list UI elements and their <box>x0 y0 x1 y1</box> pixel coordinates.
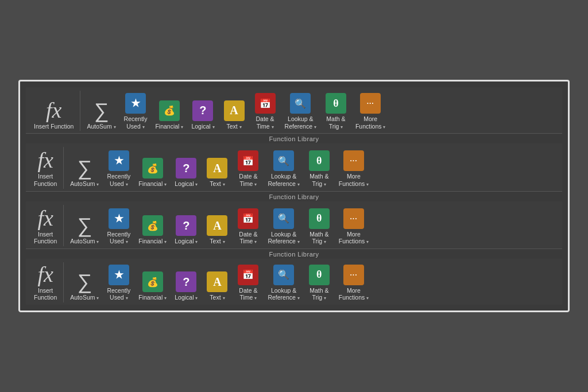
logical-icon-4: ? <box>176 271 196 292</box>
autosum-button-3[interactable]: ∑ AutoSum ▾ <box>67 205 102 246</box>
more-functions-button-4[interactable]: ··· MoreFunctions ▾ <box>335 262 372 302</box>
mathtrig-button[interactable]: θ Math &Trig ▾ <box>321 91 351 131</box>
more-icon-2: ··· <box>343 150 364 171</box>
logical-label-4: Logical ▾ <box>175 294 198 301</box>
mathtrig-icon: θ <box>326 93 346 114</box>
datetime-button-2[interactable]: 📅 Date &Time ▾ <box>233 147 263 188</box>
lookup-icon: 🔍 <box>290 93 311 114</box>
lookup-label-4: Lookup &Reference ▾ <box>268 287 299 301</box>
sigma-icon-3: ∑ <box>78 215 92 236</box>
more-functions-button[interactable]: ··· MoreFunctions ▾ <box>352 91 389 131</box>
logical-icon: ? <box>192 100 213 121</box>
ribbon-row-3: fx InsertFunction ∑ AutoSum ▾ ★ Recently… <box>26 201 562 249</box>
lookup-button-3[interactable]: 🔍 Lookup &Reference ▾ <box>264 205 303 246</box>
mathtrig-button-4[interactable]: θ Math &Trig ▾ <box>304 262 334 302</box>
datetime-button-4[interactable]: 📅 Date &Time ▾ <box>233 262 263 302</box>
datetime-button[interactable]: 📅 Date &Time ▾ <box>250 91 280 131</box>
recently-used-button-4[interactable]: ★ RecentlyUsed ▾ <box>103 262 134 302</box>
recently-used-icon-3: ★ <box>109 208 129 229</box>
autosum-label-2: AutoSum ▾ <box>70 180 99 188</box>
recently-used-button-3[interactable]: ★ RecentlyUsed ▾ <box>103 205 134 246</box>
insert-function-button[interactable]: fx Insert Function <box>30 91 77 131</box>
divider-4 <box>63 262 64 302</box>
autosum-label: AutoSum ▾ <box>87 123 115 130</box>
text-icon-3: A <box>207 215 227 236</box>
logical-icon-3: ? <box>176 215 196 236</box>
recently-used-button-2[interactable]: ★ RecentlyUsed ▾ <box>103 147 134 188</box>
more-icon: ··· <box>360 93 381 114</box>
autosum-button[interactable]: ∑ AutoSum ▾ <box>83 91 119 131</box>
insert-function-button-4[interactable]: fx InsertFunction <box>30 262 60 302</box>
fx-icon-2: fx <box>37 149 53 171</box>
datetime-label-2: Date &Time ▾ <box>239 173 257 187</box>
divider-2 <box>63 147 64 188</box>
datetime-button-3[interactable]: 📅 Date &Time ▾ <box>233 205 263 246</box>
insert-function-button-3[interactable]: fx InsertFunction <box>30 205 60 246</box>
financial-label-2: Financial ▾ <box>138 180 167 188</box>
mathtrig-label: Math &Trig ▾ <box>326 115 345 130</box>
datetime-icon-3: 📅 <box>238 208 258 229</box>
autosum-button-2[interactable]: ∑ AutoSum ▾ <box>67 147 102 188</box>
text-button-3[interactable]: A Text ▾ <box>202 205 232 246</box>
text-icon: A <box>224 100 245 121</box>
lookup-button[interactable]: 🔍 Lookup &Reference ▾ <box>281 91 320 131</box>
section-label-1: Function Library <box>26 133 562 143</box>
logical-label-3: Logical ▾ <box>175 238 198 245</box>
recently-used-label-4: RecentlyUsed ▾ <box>107 287 130 301</box>
logical-button-3[interactable]: ? Logical ▾ <box>171 205 201 246</box>
text-button[interactable]: A Text ▾ <box>219 91 249 131</box>
recently-used-label-3: RecentlyUsed ▾ <box>107 231 130 245</box>
sigma-icon-4: ∑ <box>78 271 92 292</box>
more-functions-button-2[interactable]: ··· MoreFunctions ▾ <box>335 147 372 188</box>
financial-button[interactable]: 💰 Financial ▾ <box>152 91 187 131</box>
datetime-label: Date &Time ▾ <box>256 115 274 130</box>
insert-function-button-2[interactable]: fx InsertFunction <box>30 147 60 188</box>
more-functions-label-2: MoreFunctions ▾ <box>339 173 369 187</box>
autosum-button-4[interactable]: ∑ AutoSum ▾ <box>67 262 102 302</box>
financial-button-3[interactable]: 💰 Financial ▾ <box>135 205 170 246</box>
sigma-icon-2: ∑ <box>78 158 92 178</box>
financial-icon-3: 💰 <box>142 215 163 236</box>
sigma-icon: ∑ <box>94 100 109 121</box>
logical-button-2[interactable]: ? Logical ▾ <box>171 147 201 188</box>
recently-used-button[interactable]: ★ RecentlyUsed ▾ <box>121 91 151 131</box>
more-functions-button-3[interactable]: ··· MoreFunctions ▾ <box>335 205 372 246</box>
autosum-label-3: AutoSum ▾ <box>70 238 99 245</box>
more-functions-label-4: MoreFunctions ▾ <box>339 287 369 301</box>
recently-used-label-2: RecentlyUsed ▾ <box>107 173 130 187</box>
mathtrig-label-4: Math &Trig ▾ <box>310 287 328 301</box>
lookup-label-2: Lookup &Reference ▾ <box>268 173 299 187</box>
financial-icon: 💰 <box>159 100 180 121</box>
text-icon-2: A <box>207 158 227 178</box>
lookup-icon-4: 🔍 <box>273 265 294 285</box>
datetime-icon: 📅 <box>255 93 276 114</box>
mathtrig-icon-4: θ <box>309 265 330 285</box>
text-label-2: Text ▾ <box>210 180 225 188</box>
ribbon-row-1: fx Insert Function ∑ AutoSum ▾ ★ Recentl… <box>26 87 562 133</box>
fx-icon-4: fx <box>37 263 53 285</box>
datetime-icon-2: 📅 <box>238 150 258 171</box>
lookup-button-2[interactable]: 🔍 Lookup &Reference ▾ <box>264 147 303 188</box>
financial-button-2[interactable]: 💰 Financial ▾ <box>135 147 170 188</box>
mathtrig-button-2[interactable]: θ Math &Trig ▾ <box>304 147 334 188</box>
text-button-2[interactable]: A Text ▾ <box>202 147 232 188</box>
logical-icon-2: ? <box>176 158 196 178</box>
lookup-icon-2: 🔍 <box>273 150 294 171</box>
insert-function-label-3: InsertFunction <box>34 231 57 245</box>
text-button-4[interactable]: A Text ▾ <box>202 262 232 302</box>
financial-icon-2: 💰 <box>142 158 163 178</box>
more-icon-3: ··· <box>343 208 364 229</box>
lookup-button-4[interactable]: 🔍 Lookup &Reference ▾ <box>264 262 303 302</box>
logical-button[interactable]: ? Logical ▾ <box>188 91 218 131</box>
text-label: Text ▾ <box>226 123 241 130</box>
divider <box>80 91 80 131</box>
more-functions-label-3: MoreFunctions ▾ <box>339 231 369 245</box>
logical-button-4[interactable]: ? Logical ▾ <box>171 262 201 302</box>
text-icon-4: A <box>207 271 227 292</box>
recently-used-icon-4: ★ <box>109 265 129 285</box>
text-label-3: Text ▾ <box>210 238 225 245</box>
financial-button-4[interactable]: 💰 Financial ▾ <box>135 262 170 302</box>
more-functions-label: MoreFunctions ▾ <box>355 115 385 130</box>
mathtrig-button-3[interactable]: θ Math &Trig ▾ <box>304 205 334 246</box>
autosum-label-4: AutoSum ▾ <box>70 294 99 301</box>
